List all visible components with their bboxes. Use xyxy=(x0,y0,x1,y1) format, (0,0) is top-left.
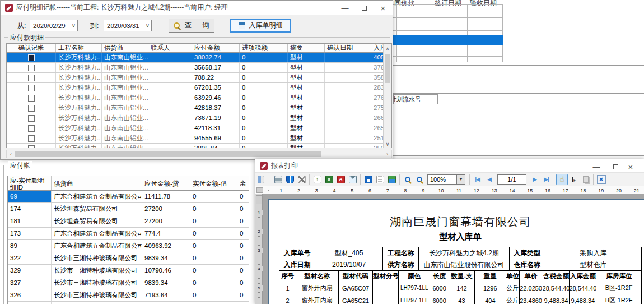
export-icon[interactable]: ↑ xyxy=(311,174,323,185)
table-row[interactable]: 长沙万科魅力... 山东南山铝业... 67201.35 0 型材 283 xyxy=(7,83,384,93)
group-title: 应付帐 xyxy=(8,161,32,171)
zoom-in-icon[interactable] xyxy=(402,174,413,185)
confirm-checkbox[interactable] xyxy=(28,115,35,122)
ruler-number: 6 xyxy=(361,187,379,194)
pdf-export-icon[interactable]: A xyxy=(335,174,347,185)
scrollbar-thumb[interactable] xyxy=(15,151,321,157)
panel-icon[interactable] xyxy=(256,174,268,185)
table-row[interactable]: 长沙万科魅力... 山东南山铝业... 42818.37 0 型材 275 xyxy=(7,103,384,113)
table-row[interactable]: 322 长沙市三湘特种玻璃有限公司 9839.34 0 0 xyxy=(8,252,249,265)
confirm-checkbox[interactable] xyxy=(28,135,35,142)
print-icon[interactable] xyxy=(272,174,284,185)
ruler-number: 20 xyxy=(610,187,628,194)
confirm-checkbox[interactable] xyxy=(28,95,35,102)
inbound-detail-button[interactable]: 入库单明细 xyxy=(230,19,291,33)
zoom-out-icon[interactable] xyxy=(413,174,425,185)
confirm-checkbox[interactable] xyxy=(28,105,35,112)
ruler-number: 17 xyxy=(557,187,575,194)
page-number-field[interactable]: 1/1 xyxy=(497,174,526,185)
close-button[interactable]: × xyxy=(374,1,393,15)
text-select-icon[interactable]: I▸ xyxy=(568,174,580,185)
query-button[interactable]: 查 询 xyxy=(169,19,214,33)
maximize-button[interactable] xyxy=(606,159,625,174)
table-row[interactable]: 326 长沙市三湘特种玻璃有限公司 7193.64 0 0 xyxy=(8,289,249,302)
ruler-number: 21 xyxy=(628,187,644,194)
zoom-level-dropdown[interactable]: 100% ▼ xyxy=(427,174,465,185)
form-info-row: 入库单号 型材_405 工程名称 长沙万科魅力之城4.2期 入库类型 采购入库 xyxy=(279,247,641,259)
ruler-number: 8 xyxy=(396,187,414,194)
prev-page-button[interactable]: ◀ xyxy=(483,174,495,185)
report-toolbar: ↑ X A 100% ▼ |◀ ◀ 1/1 ▶ ▶| ☝ I▸ × xyxy=(255,173,644,186)
inbound-form-table: 入库单号 型材_405 工程名称 长沙万科魅力之城4.2期 入库类型 采购入库 … xyxy=(279,247,642,304)
book-icon[interactable] xyxy=(284,174,296,185)
ruler-number: 1 xyxy=(255,210,263,215)
chevron-down-icon: ∨ xyxy=(72,22,76,29)
ruler-number: 16 xyxy=(539,187,557,194)
scroll-up-icon[interactable]: ∧ xyxy=(384,44,391,53)
table-row[interactable]: 173 广东合和建筑五金制品有限公司 774.4 0 0 xyxy=(8,228,249,240)
tools-icon[interactable] xyxy=(296,174,307,185)
scrollbar-thumb[interactable] xyxy=(385,54,390,83)
next-page-button[interactable]: ▶ xyxy=(529,174,540,185)
excel-export-icon[interactable]: X xyxy=(323,174,335,185)
table-row[interactable]: 69 广东合和建筑五金制品有限公司 11411.78 0 0 xyxy=(8,191,249,203)
titlebar[interactable]: 报表打印 — × xyxy=(255,159,644,173)
table-row[interactable]: 89 广东合和建筑五金制品有限公司 40963.92 0 0 xyxy=(8,240,249,252)
confirm-checkbox[interactable] xyxy=(28,85,35,91)
form-icon xyxy=(239,22,245,29)
vertical-ruler: 1 2 3 4 5 xyxy=(255,194,263,304)
table-row[interactable]: 长沙市三湘特种玻璃有限公司 xyxy=(8,302,249,304)
table-row[interactable]: 长沙万科魅力... 山东南山铝业... 38032.74 0 型材 405 xyxy=(7,53,384,63)
titlebar[interactable]: 应付明细记帐------当前工程: 长沙万科魅力之城4.2期------当前用户… xyxy=(1,1,393,15)
archive-icon[interactable] xyxy=(386,174,398,185)
scroll-left-icon[interactable]: ‹ xyxy=(7,150,15,158)
table-row[interactable]: 329 长沙市三湘特种玻璃有限公司 10790.46 0 0 xyxy=(8,265,249,277)
ruler-number: 12 xyxy=(468,187,486,194)
confirm-checkbox[interactable] xyxy=(28,75,35,81)
table-row[interactable]: 长沙万科魅力... 山东南山铝业... 73671.19 0 型材 266 xyxy=(7,113,384,123)
minimize-button[interactable]: — xyxy=(335,1,354,15)
maximize-button[interactable] xyxy=(354,1,374,15)
ruler-number: 14 xyxy=(503,187,521,194)
ruler-number: 18 xyxy=(575,187,592,194)
confirm-checkbox[interactable] xyxy=(28,65,35,71)
close-preview-icon[interactable]: × xyxy=(595,174,607,185)
table-row[interactable]: 174 长沙坦森贸易有限公司 27200 0 0 xyxy=(8,203,249,215)
from-date-dropdown[interactable]: 2020/02/29∨ xyxy=(30,20,78,31)
table-row[interactable]: 长沙万科魅力... 山东南山铝业... 94555.69 0 型材 251 xyxy=(7,133,384,144)
scroll-down-icon[interactable]: ∨ xyxy=(384,140,391,148)
first-page-button[interactable]: |◀ xyxy=(472,174,483,185)
to-date-dropdown[interactable]: 2020/03/31∨ xyxy=(104,20,152,31)
confirm-checkbox[interactable] xyxy=(28,125,35,132)
vertical-scrollbar[interactable]: ∧ ∨ xyxy=(383,44,391,148)
last-page-button[interactable]: ▶| xyxy=(540,174,552,185)
save-icon[interactable] xyxy=(362,174,374,185)
document-icon[interactable] xyxy=(374,174,386,185)
hand-tool-icon[interactable]: ☝ xyxy=(556,174,568,185)
table-row[interactable]: 长沙万科魅力... 山东南山铝业... 35658.17 0 型材 376 xyxy=(7,63,384,73)
table-row[interactable]: 327 长沙市三湘特种玻璃有限公司 9839.34 0 0 xyxy=(8,277,249,289)
table-header-row: 应-实付款明 细ID 供货商 应付金额-贷 实付金额-借 余额 xyxy=(8,176,249,191)
confirm-checkbox[interactable] xyxy=(28,145,35,149)
scroll-right-icon[interactable]: › xyxy=(383,150,391,158)
ruler-number: 4 xyxy=(255,266,263,271)
table-row[interactable]: 长沙万科魅力... 山东南山铝业... 3895.84 0 型材 250 xyxy=(7,144,384,148)
horizontal-scrollbar[interactable]: ‹ › xyxy=(6,150,392,158)
table-row[interactable]: 长沙万科魅力... 山东南山铝业... 788.22 0 型材 358 xyxy=(7,73,384,83)
minimize-button[interactable]: — xyxy=(587,159,606,174)
ruler-number: 3 xyxy=(255,248,263,253)
table-row[interactable]: 长沙万科魅力... 山东南山铝业... 63929.46 0 型材 276 xyxy=(7,93,384,103)
table-row[interactable]: 181 长沙坦森贸易有限公司 27200 0 0 xyxy=(8,215,249,228)
detail-row: 1 窗外开内扇 GA65C07 LH797-1LL 6000 142 1296 … xyxy=(279,282,641,294)
copy-pages-icon[interactable] xyxy=(580,174,591,185)
bg-selected-row[interactable] xyxy=(393,35,503,45)
report-preview-area[interactable]: 1 2 3 4 5 湖南巨晟门窗幕墙有限公司 型材入库单 入库单号 型材_405 xyxy=(255,194,644,304)
table-row[interactable]: 长沙万科魅力... 山东南山铝业... 42118.31 0 型材 265 xyxy=(7,123,384,133)
payable-detail-window: 应付明细记帐------当前工程: 长沙万科魅力之城4.2期------当前用户… xyxy=(0,0,393,160)
ruler-number: 2 xyxy=(255,229,263,234)
confirm-checkbox[interactable] xyxy=(28,54,35,61)
close-button[interactable]: × xyxy=(625,159,636,174)
chevron-down-icon: ∨ xyxy=(146,22,150,29)
app-icon xyxy=(5,4,13,12)
mail-icon[interactable] xyxy=(347,174,358,185)
